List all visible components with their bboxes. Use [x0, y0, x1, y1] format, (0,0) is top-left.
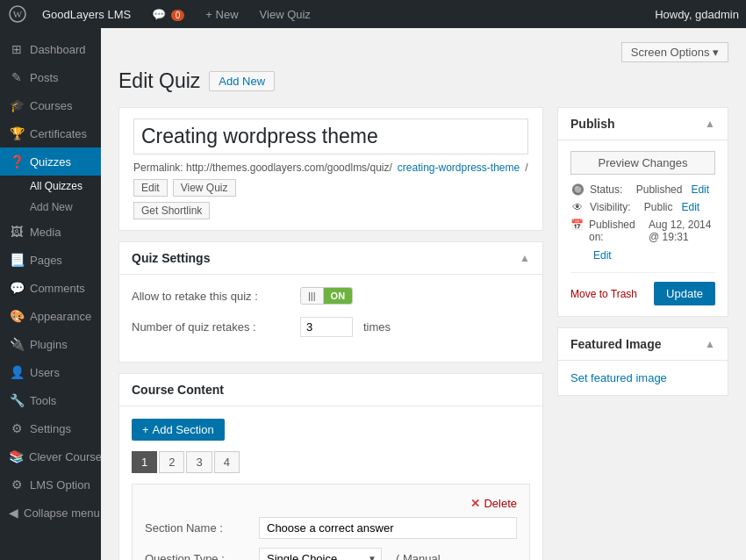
view-quiz-link[interactable]: View Quiz	[253, 8, 318, 21]
delete-section-button[interactable]: ✕ Delete	[470, 497, 517, 510]
section-tab-1[interactable]: 1	[132, 451, 157, 473]
sidebar-item-label: Clever Course	[29, 450, 102, 463]
manual-note: ( Manual	[396, 552, 441, 560]
admin-sidebar: ⊞ Dashboard ✎ Posts 🎓 Courses 🏆 Certific…	[0, 28, 101, 560]
sidebar-item-appearance[interactable]: 🎨 Appearance	[0, 302, 101, 330]
delete-row: ✕ Delete	[145, 497, 517, 510]
visibility-label: Visibility:	[590, 201, 630, 213]
status-label: Status:	[590, 183, 622, 196]
svg-text:W: W	[13, 9, 23, 19]
edit-sidebar: Publish ▲ Preview Changes 🔘 Status: Publ…	[557, 107, 728, 560]
courses-icon: 🎓	[9, 98, 25, 112]
set-featured-image-link[interactable]: Set featured image	[570, 371, 667, 384]
quiz-settings-header[interactable]: Quiz Settings ▲	[119, 242, 542, 275]
sidebar-item-plugins[interactable]: 🔌 Plugins	[0, 330, 101, 358]
sidebar-item-comments[interactable]: 💬 Comments	[0, 274, 101, 302]
course-content-header[interactable]: Course Content	[119, 374, 542, 406]
sidebar-item-dashboard[interactable]: ⊞ Dashboard	[0, 35, 101, 63]
permalink-prefix: Permalink: http://themes.goodlayers.com/…	[133, 162, 392, 174]
media-icon: 🖼	[9, 225, 25, 239]
retakes-input[interactable]	[300, 317, 353, 337]
chevron-up-icon: ▲	[705, 118, 715, 130]
wp-logo-icon: W	[7, 4, 28, 25]
section-name-row: Section Name :	[145, 517, 517, 539]
sidebar-item-label: Tools	[30, 394, 56, 407]
visibility-edit-link[interactable]: Edit	[682, 201, 700, 213]
sidebar-item-lms-option[interactable]: ⚙ LMS Option	[0, 470, 101, 499]
section-name-input[interactable]	[259, 517, 517, 539]
status-edit-link[interactable]: Edit	[691, 183, 709, 196]
comments-icon: 💬	[9, 281, 25, 295]
status-icon: 🔘	[570, 183, 585, 196]
sidebar-item-label: Appearance	[30, 310, 91, 323]
post-title-input[interactable]	[133, 118, 528, 154]
sidebar-item-quizzes[interactable]: ❓ Quizzes	[0, 147, 101, 176]
visibility-value: Public	[644, 201, 673, 213]
add-section-button[interactable]: + Add Section	[132, 419, 225, 441]
howdy-text: Howdy, gdadmin	[655, 8, 739, 21]
section-header-row: + Add Section	[132, 419, 530, 441]
section-tab-4[interactable]: 4	[214, 451, 240, 473]
sidebar-item-media[interactable]: 🖼 Media	[0, 218, 101, 246]
section-name-label: Section Name :	[145, 521, 250, 535]
times-label: times	[363, 320, 391, 334]
sidebar-item-label: Dashboard	[30, 43, 86, 56]
preview-changes-button[interactable]: Preview Changes	[570, 151, 715, 175]
clever-course-icon: 📚	[9, 449, 24, 463]
sidebar-item-courses[interactable]: 🎓 Courses	[0, 91, 101, 119]
sidebar-item-label: LMS Option	[30, 478, 90, 492]
edit-layout: Permalink: http://themes.goodlayers.com/…	[118, 107, 728, 560]
add-section-label: Add Section	[153, 423, 214, 436]
sidebar-item-label: Quizzes	[30, 155, 71, 169]
permalink-row: Permalink: http://themes.goodlayers.com/…	[133, 162, 528, 197]
question-type-select[interactable]: Single Choice	[259, 548, 382, 560]
comments-icon[interactable]: 💬 0	[145, 8, 191, 21]
section-tab-3[interactable]: 3	[186, 451, 212, 473]
main-content: Screen Options ▾ Edit Quiz Add New Perma…	[101, 28, 746, 560]
retakes-count-row: Number of quiz retakes : times	[132, 317, 530, 337]
sidebar-item-pages[interactable]: 📃 Pages	[0, 246, 101, 274]
section-tab-2[interactable]: 2	[159, 451, 184, 473]
pages-icon: 📃	[9, 253, 25, 267]
post-title-box: Permalink: http://themes.goodlayers.com/…	[118, 107, 543, 231]
chevron-up-icon: ▲	[520, 252, 530, 264]
new-content-btn[interactable]: + New	[198, 8, 245, 21]
collapse-menu-btn[interactable]: ◀ Collapse menu	[0, 499, 101, 527]
sidebar-subitem-all-quizzes[interactable]: All Quizzes	[0, 176, 101, 197]
sidebar-item-label: Plugins	[30, 338, 68, 351]
sidebar-item-label: Courses	[30, 99, 72, 112]
course-content-box: Course Content + Add Section 1 2 3	[118, 373, 543, 560]
collapse-label: Collapse menu	[24, 506, 100, 520]
move-to-trash-link[interactable]: Move to Trash	[570, 288, 637, 300]
sidebar-item-label: Settings	[30, 422, 71, 435]
tools-icon: 🔧	[9, 393, 25, 407]
question-type-select-wrapper: Single Choice ▼	[259, 548, 382, 560]
site-name[interactable]: GoodLayers LMS	[35, 8, 138, 21]
published-date-edit-link[interactable]: Edit	[593, 249, 612, 262]
sidebar-subitem-add-new[interactable]: Add New	[0, 197, 101, 218]
quiz-settings-body: Allow to retake this quiz : ||| ON Numbe…	[119, 275, 542, 362]
sidebar-item-clever-course[interactable]: 📚 Clever Course	[0, 442, 101, 470]
screen-options-button[interactable]: Screen Options ▾	[621, 42, 728, 62]
sidebar-item-tools[interactable]: 🔧 Tools	[0, 386, 101, 414]
course-content-title: Course Content	[132, 383, 224, 397]
update-button[interactable]: Update	[654, 282, 715, 305]
sidebar-item-label: Certificates	[30, 127, 87, 140]
get-shortlink-button[interactable]: Get Shortlink	[133, 202, 210, 219]
permalink-slug[interactable]: creating-wordpress-theme	[398, 162, 520, 174]
sidebar-item-settings[interactable]: ⚙ Settings	[0, 414, 101, 442]
published-date-row: 📅 Published on: Aug 12, 2014 @ 19:31	[570, 219, 715, 243]
add-new-button[interactable]: Add New	[209, 71, 275, 91]
edit-permalink-button[interactable]: Edit	[133, 179, 168, 197]
sidebar-item-users[interactable]: 👤 Users	[0, 358, 101, 386]
settings-icon: ⚙	[9, 421, 25, 435]
sidebar-item-posts[interactable]: ✎ Posts	[0, 63, 101, 91]
dashboard-icon: ⊞	[9, 42, 25, 56]
view-quiz-link[interactable]: View Quiz	[173, 179, 236, 197]
publish-box-header[interactable]: Publish ▲	[558, 108, 728, 140]
sidebar-item-certificates[interactable]: 🏆 Certificates	[0, 119, 101, 147]
section-tabs: 1 2 3 4	[132, 451, 530, 473]
featured-image-header[interactable]: Featured Image ▲	[558, 328, 728, 361]
retake-toggle[interactable]: ||| ON	[300, 287, 353, 305]
chevron-up-icon: ▲	[705, 338, 715, 350]
